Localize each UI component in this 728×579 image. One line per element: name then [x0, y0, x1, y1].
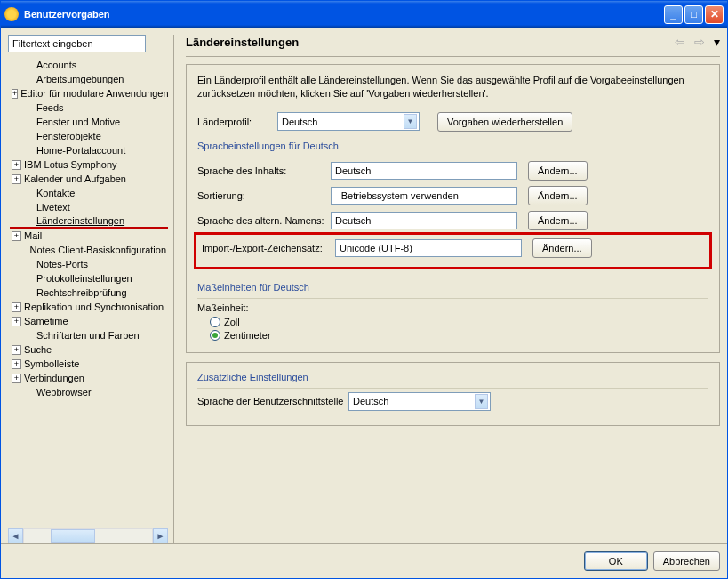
menu-arrow-icon[interactable]: ▾	[714, 35, 720, 49]
tree-item[interactable]: Fenster und Motive	[10, 115, 168, 129]
back-arrow-icon[interactable]: ⇦	[675, 35, 685, 49]
field-value[interactable]: Deutsch	[331, 212, 517, 229]
chevron-down-icon: ▼	[475, 394, 488, 409]
preferences-tree[interactable]: AccountsArbeitsumgebungen+Editor für mod…	[8, 58, 168, 399]
tree-item[interactable]: +Verbindungen	[10, 371, 168, 385]
main-panel: Ein Länderprofil enthält alle Ländereins…	[186, 64, 720, 353]
tree-item[interactable]: Webbrowser	[10, 385, 168, 399]
close-button[interactable]: ✕	[705, 5, 724, 24]
profile-combo[interactable]: Deutsch ▼	[277, 112, 420, 131]
tree-item[interactable]: +Suche	[10, 342, 168, 357]
tree-item[interactable]: Livetext	[10, 200, 168, 214]
tree-item-label: Editor für modulare Anwendungen	[20, 88, 168, 99]
expand-icon[interactable]: +	[12, 160, 21, 170]
tree-item[interactable]: Schriftarten und Farben	[10, 328, 168, 342]
highlighted-row: Import-/Export-Zeichensatz:Unicode (UTF-…	[194, 232, 712, 269]
minimize-button[interactable]: _	[664, 5, 683, 24]
tree-item[interactable]: Arbeitsumgebungen	[10, 72, 168, 86]
restore-defaults-button[interactable]: Vorgaben wiederherstellen	[437, 112, 572, 132]
tree-item-label: Fenster und Motive	[36, 117, 120, 127]
tree-item[interactable]: Feeds	[10, 101, 168, 115]
change-button[interactable]: Ändern...	[532, 238, 592, 258]
tree-item-label: Rechtschreibprüfung	[36, 287, 127, 298]
dialog-footer: OK Abbrechen	[1, 543, 727, 578]
chevron-down-icon: ▼	[404, 114, 417, 129]
tree-item[interactable]: +Kalender und Aufgaben	[10, 172, 168, 186]
tree-item[interactable]: +Replikation und Synchronisation	[10, 300, 168, 314]
tree-item-label: Home-Portalaccount	[36, 145, 125, 156]
tree-item[interactable]: +Sametime	[10, 314, 168, 328]
titlebar: Benutzervorgaben _ □ ✕	[1, 1, 727, 28]
expand-icon[interactable]: +	[12, 317, 21, 326]
change-button[interactable]: Ändern...	[528, 186, 588, 205]
field-value[interactable]: - Betriebssystem verwenden -	[331, 187, 517, 205]
expand-icon[interactable]: +	[12, 374, 21, 383]
tree-item[interactable]: Rechtschreibprüfung	[10, 285, 168, 300]
tree-item-label: Replikation und Synchronisation	[24, 302, 164, 312]
tree-item-label: Protokolleinstellungen	[36, 273, 132, 284]
tree-item[interactable]: Notes Client-Basiskonfiguration	[10, 243, 168, 257]
tree-item[interactable]: Fensterobjekte	[10, 129, 168, 143]
change-button[interactable]: Ändern...	[528, 211, 588, 230]
expand-icon[interactable]: +	[12, 302, 21, 312]
tree-item-label: Fensterobjekte	[36, 131, 101, 141]
tree-item-label: Ländereinstellungen	[36, 215, 124, 226]
tree-item-label: Feeds	[36, 102, 64, 113]
radio-inch[interactable]: Zoll	[210, 317, 708, 327]
expand-icon[interactable]: +	[12, 89, 18, 99]
tree-item-label: Mail	[24, 230, 42, 241]
maximize-button[interactable]: □	[684, 5, 703, 24]
tree-item[interactable]: +IBM Lotus Symphony	[10, 157, 168, 172]
tree-item-label: Kalender und Aufgaben	[24, 173, 126, 184]
tree-item[interactable]: Ländereinstellungen	[10, 214, 168, 229]
window-title: Benutzervorgaben	[24, 9, 664, 20]
tree-item[interactable]: +Symbolleiste	[10, 357, 168, 371]
units-group-title: Maßeinheiten für Deutsch	[197, 282, 708, 293]
app-icon	[4, 7, 19, 21]
extra-panel: Zusätzliche Einstellungen Sprache der Be…	[186, 362, 720, 426]
change-button[interactable]: Ändern...	[528, 161, 588, 181]
horizontal-scrollbar[interactable]: ◄ ►	[8, 528, 168, 543]
tree-item[interactable]: Protokolleinstellungen	[10, 271, 168, 285]
language-group-title: Spracheinstellungen für Deutsch	[197, 141, 708, 151]
expand-icon[interactable]: +	[12, 359, 21, 369]
tree-item-label: Arbeitsumgebungen	[36, 74, 124, 84]
cancel-button[interactable]: Abbrechen	[653, 551, 720, 571]
ok-button[interactable]: OK	[584, 551, 648, 571]
scroll-thumb[interactable]	[51, 529, 95, 543]
ui-lang-combo[interactable]: Deutsch ▼	[348, 392, 491, 411]
tree-item-label: Verbindungen	[24, 373, 84, 383]
tree-item[interactable]: +Editor für modulare Anwendungen	[10, 86, 168, 101]
scroll-right-arrow[interactable]: ►	[153, 528, 168, 543]
page-title: Ländereinstellungen	[186, 36, 675, 49]
tree-item-label: Notes-Ports	[36, 259, 88, 269]
tree-item[interactable]: Accounts	[10, 58, 168, 72]
radio-cm[interactable]: Zentimeter	[210, 330, 708, 341]
expand-icon[interactable]: +	[12, 174, 21, 184]
field-label: Sprache des Inhalts:	[197, 165, 331, 176]
tree-item-label: Schriftarten und Farben	[36, 330, 140, 341]
tree-item[interactable]: Notes-Ports	[10, 257, 168, 271]
forward-arrow-icon[interactable]: ⇨	[694, 35, 705, 49]
tree-item-label: Suche	[24, 344, 52, 355]
expand-icon[interactable]: +	[12, 231, 21, 241]
field-value[interactable]: Unicode (UTF-8)	[335, 239, 522, 257]
tree-item-label: Symbolleiste	[24, 358, 79, 369]
tree-item[interactable]: Home-Portalaccount	[10, 143, 168, 157]
ui-lang-label: Sprache der Benutzerschnittstelle	[197, 396, 348, 406]
field-label: Sortierung:	[197, 190, 331, 201]
tree-item-label: Webbrowser	[36, 387, 92, 398]
field-value[interactable]: Deutsch	[331, 162, 517, 180]
expand-icon[interactable]: +	[12, 345, 21, 355]
tree-item-label: Accounts	[36, 60, 76, 70]
scroll-left-arrow[interactable]: ◄	[8, 528, 23, 543]
filter-input[interactable]	[8, 35, 146, 52]
tree-item-label: IBM Lotus Symphony	[24, 159, 117, 170]
splitter[interactable]	[173, 35, 177, 543]
tree-item[interactable]: Kontakte	[10, 186, 168, 200]
tree-item-label: Kontakte	[36, 188, 75, 198]
tree-item-label: Notes Client-Basiskonfiguration	[30, 245, 166, 255]
description-text: Ein Länderprofil enthält alle Ländereins…	[197, 74, 708, 101]
profile-label: Länderprofil:	[197, 117, 277, 127]
tree-item[interactable]: +Mail	[10, 229, 168, 243]
